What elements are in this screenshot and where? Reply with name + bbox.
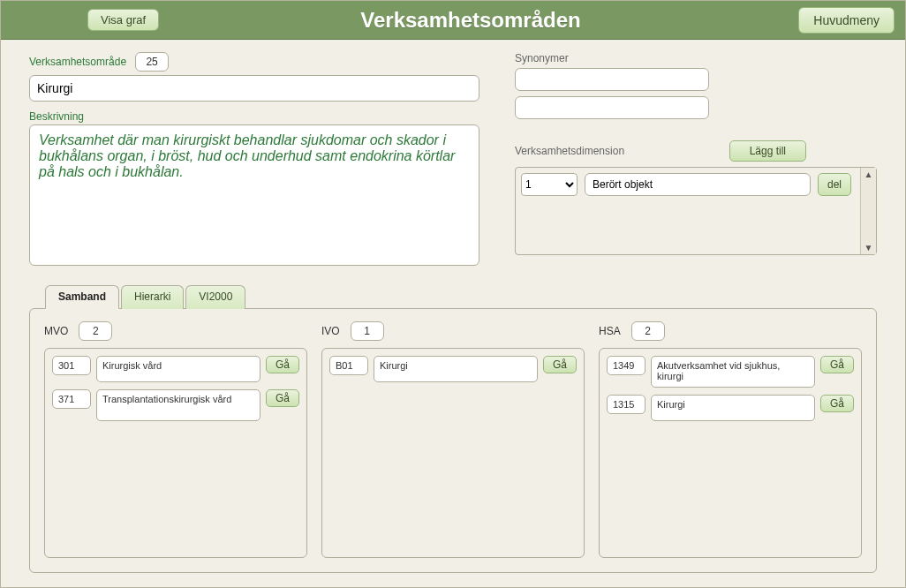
mvo-count: 2 — [79, 321, 112, 341]
mvo-item-code: 301 — [52, 356, 91, 375]
dimension-del-button[interactable]: del — [818, 173, 851, 196]
dimension-label: Verksamhetsdimension — [515, 145, 624, 157]
area-name-input[interactable] — [29, 75, 479, 102]
tab-hierarki[interactable]: Hierarki — [121, 285, 184, 309]
go-button[interactable]: Gå — [266, 356, 299, 373]
area-label: Verksamhetsområde — [29, 56, 126, 68]
scroll-down-icon[interactable]: ▼ — [864, 241, 873, 254]
ivo-item-name: Kirurgi — [374, 356, 538, 382]
header-bar: Visa graf Verksamhetsområden Huvudmeny — [1, 1, 905, 40]
hsa-item-code: 1315 — [607, 395, 646, 414]
area-id: 25 — [135, 52, 169, 72]
page-title: Verksamhetsområden — [153, 8, 789, 33]
list-item: 1349 Akutverksamhet vid sjukhus, kirurgi… — [607, 356, 854, 388]
mvo-item-name: Transplantationskirurgisk vård — [96, 389, 260, 421]
go-button[interactable]: Gå — [543, 356, 577, 373]
list-item: 301 Kirurgisk vård Gå — [52, 356, 299, 382]
dimension-select[interactable]: 1 — [521, 173, 578, 196]
mvo-item-code: 371 — [52, 389, 91, 409]
ivo-item-code: B01 — [329, 356, 368, 375]
hsa-item-code: 1349 — [607, 356, 646, 375]
scroll-up-icon[interactable]: ▲ — [864, 168, 873, 181]
description-textarea[interactable]: Verksamhet där man kirurgiskt behandlar … — [29, 124, 479, 266]
main-menu-button[interactable]: Huvudmeny — [798, 7, 895, 34]
hsa-panel: 1349 Akutverksamhet vid sjukhus, kirurgi… — [599, 348, 862, 558]
synonym-input-1[interactable] — [515, 68, 709, 91]
hsa-label: HSA — [599, 325, 621, 337]
description-label: Beskrivning — [29, 110, 479, 123]
go-button[interactable]: Gå — [266, 389, 299, 407]
ivo-panel: B01 Kirurgi Gå — [321, 348, 585, 558]
mvo-item-name: Kirurgisk vård — [96, 356, 260, 382]
dimension-text-input[interactable] — [585, 173, 811, 196]
dimension-scrollbar[interactable]: ▲ ▼ — [860, 168, 876, 254]
go-button[interactable]: Gå — [820, 356, 854, 373]
synonym-input-2[interactable] — [515, 96, 709, 119]
list-item: B01 Kirurgi Gå — [329, 356, 577, 382]
hsa-item-name: Kirurgi — [651, 395, 815, 421]
tab-vi2000[interactable]: VI2000 — [185, 285, 245, 309]
tab-body-samband: MVO 2 301 Kirurgisk vård Gå 371 Tra — [29, 308, 877, 573]
mvo-panel: 301 Kirurgisk vård Gå 371 Transplantatio… — [44, 348, 307, 558]
hsa-item-name: Akutverksamhet vid sjukhus, kirurgi — [651, 356, 815, 388]
show-graph-button[interactable]: Visa graf — [87, 9, 159, 31]
ivo-count: 1 — [351, 321, 384, 341]
app-window: Visa graf Verksamhetsområden Huvudmeny V… — [0, 0, 906, 588]
tab-strip: Samband Hierarki VI2000 — [29, 284, 877, 308]
tab-samband[interactable]: Samband — [45, 285, 119, 309]
hsa-count: 2 — [631, 321, 665, 341]
ivo-label: IVO — [321, 325, 340, 337]
list-item: 1315 Kirurgi Gå — [607, 395, 854, 421]
dimension-panel: 1 del ▲ ▼ — [515, 167, 877, 255]
go-button[interactable]: Gå — [820, 395, 854, 412]
synonyms-label: Synonymer — [515, 52, 877, 64]
mvo-label: MVO — [44, 325, 68, 337]
list-item: 371 Transplantationskirurgisk vård Gå — [52, 389, 299, 421]
dimension-add-button[interactable]: Lägg till — [729, 140, 806, 162]
